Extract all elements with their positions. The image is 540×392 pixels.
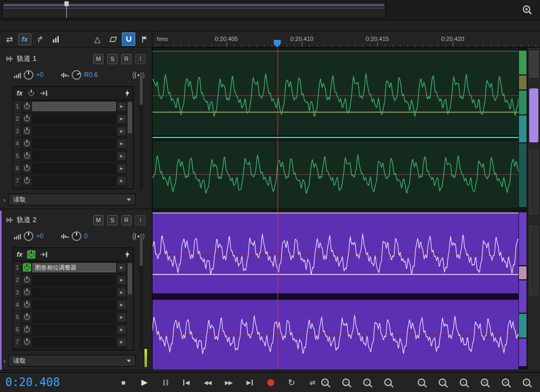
- session-overview-strip[interactable]: [2, 2, 386, 18]
- fx-power-toggle[interactable]: [23, 276, 31, 284]
- play-button[interactable]: ▶: [139, 376, 150, 388]
- fx-power-toggle[interactable]: [23, 176, 31, 185]
- fx-power-toggle[interactable]: [23, 152, 31, 160]
- fx-slot-name[interactable]: [32, 102, 116, 111]
- fx-slot-name[interactable]: [32, 114, 116, 123]
- track-name[interactable]: 轨道 2: [17, 215, 37, 225]
- fx-slot-row[interactable]: 7►: [13, 336, 127, 348]
- fx-slot-menu-button[interactable]: ►: [117, 300, 126, 310]
- fx-slot-menu-button[interactable]: ►: [117, 338, 126, 347]
- zoom-amplitude-in-button[interactable]: «: [478, 376, 491, 389]
- fx-slot-name[interactable]: [32, 338, 116, 347]
- fx-slot-name[interactable]: [32, 313, 116, 322]
- fx-slot-name[interactable]: [32, 176, 116, 185]
- track2-vertical-scrollbar[interactable]: [139, 232, 143, 351]
- scrollbar-thumb[interactable]: [140, 72, 143, 105]
- fx-power-toggle[interactable]: [23, 300, 31, 309]
- fx-slot-name[interactable]: 图形相位调整器: [32, 263, 116, 272]
- fx-slot-row[interactable]: 5►: [13, 150, 127, 162]
- fx-rack-scrollbar[interactable]: [127, 101, 133, 188]
- pan-value[interactable]: 0: [84, 232, 102, 240]
- overview-view-handle[interactable]: [64, 1, 69, 6]
- fx-power-toggle[interactable]: [23, 127, 31, 135]
- fx-pre-render-icon[interactable]: [40, 251, 48, 258]
- fx-rack-scrollbar-thumb[interactable]: [128, 263, 132, 294]
- mute-button[interactable]: M: [93, 54, 103, 64]
- fx-power-toggle[interactable]: [23, 313, 31, 321]
- fx-power-toggle[interactable]: [23, 139, 31, 148]
- clip-track2[interactable]: [153, 212, 518, 369]
- fx-slot-menu-button[interactable]: ►: [117, 127, 126, 136]
- arm-record-button[interactable]: R: [121, 215, 131, 225]
- track1-vertical-scrollbar[interactable]: [139, 71, 143, 190]
- timeline-ruler[interactable]: hms 0:20.405 0:20.410 0:20.415 0:20.420: [153, 31, 540, 47]
- fx-rack-scrollbar-thumb[interactable]: [128, 102, 132, 133]
- automation-mode-dropdown[interactable]: 读取: [8, 355, 136, 367]
- volume-knob[interactable]: [24, 70, 33, 80]
- expand-chevron-icon[interactable]: ›: [3, 196, 5, 204]
- crossfade-icon[interactable]: [106, 32, 120, 46]
- fx-slot-name[interactable]: [32, 288, 116, 297]
- overview-zoom-icon[interactable]: [521, 4, 535, 17]
- pan-knob[interactable]: [72, 231, 81, 241]
- stop-button[interactable]: ■: [117, 376, 129, 388]
- arm-record-button[interactable]: R: [121, 54, 131, 64]
- fx-slot-row[interactable]: 6►: [13, 162, 127, 175]
- vertical-scrollbar[interactable]: [527, 47, 540, 369]
- fx-pre-render-icon[interactable]: [40, 90, 48, 97]
- monitor-input-button[interactable]: I: [135, 215, 146, 225]
- time-display[interactable]: 0:20.408: [5, 376, 66, 389]
- fx-slot-row[interactable]: 1►: [13, 100, 127, 113]
- fx-slot-name[interactable]: [32, 164, 116, 173]
- volume-envelope-line[interactable]: [153, 112, 518, 113]
- zoom-right-edge-button[interactable]: ›: [457, 376, 470, 389]
- fx-power-toggle[interactable]: [23, 114, 31, 123]
- fx-slot-row[interactable]: 2►: [13, 113, 127, 125]
- volume-value[interactable]: +0: [36, 71, 50, 79]
- snap-toggle-icon[interactable]: [122, 32, 135, 46]
- fx-bypass-bolt-icon[interactable]: [124, 251, 130, 258]
- add-marker-icon[interactable]: [137, 32, 151, 46]
- fx-bypass-bolt-icon[interactable]: [124, 90, 130, 97]
- fx-power-toggle[interactable]: [23, 338, 31, 346]
- fx-slot-menu-button[interactable]: ►: [117, 139, 126, 148]
- go-to-start-button[interactable]: ◀: [181, 376, 192, 388]
- fx-slot-row[interactable]: 3►: [13, 125, 127, 137]
- automation-mode-dropdown[interactable]: 读取: [8, 194, 136, 205]
- move-tool-icon[interactable]: ⇄: [3, 32, 16, 46]
- pan-knob[interactable]: [72, 70, 81, 80]
- monitor-input-button[interactable]: I: [135, 54, 146, 64]
- fx-slot-row[interactable]: 1图形相位调整器►: [13, 262, 127, 274]
- fx-slot-menu-button[interactable]: ►: [117, 164, 126, 173]
- fx-slot-name[interactable]: [32, 325, 116, 334]
- track-name[interactable]: 轨道 1: [17, 54, 37, 64]
- fx-slot-name[interactable]: [32, 152, 116, 161]
- vertical-scrollbar-thumb[interactable]: [529, 88, 538, 142]
- pan-envelope-line[interactable]: [153, 137, 518, 138]
- fx-slot-menu-button[interactable]: ►: [117, 276, 126, 285]
- metronome-icon[interactable]: △: [91, 32, 104, 46]
- zoom-out-button[interactable]: −: [340, 376, 352, 389]
- track2-panel[interactable]: 轨道 2 M S R I +0 0: [0, 211, 152, 370]
- fx-slot-row[interactable]: 5►: [13, 311, 127, 324]
- fx-slot-menu-button[interactable]: ►: [117, 102, 126, 111]
- fx-rack-power-toggle[interactable]: [27, 89, 36, 98]
- fx-power-toggle[interactable]: [23, 164, 31, 173]
- fx-power-toggle[interactable]: [23, 263, 31, 272]
- solo-button[interactable]: S: [107, 54, 117, 64]
- fx-slot-row[interactable]: 3►: [13, 286, 127, 299]
- fx-mode-icon[interactable]: fx: [18, 33, 31, 45]
- fx-slot-row[interactable]: 4►: [13, 137, 127, 150]
- mute-button[interactable]: M: [93, 215, 103, 225]
- skip-selection-button[interactable]: ⇄: [307, 376, 319, 388]
- fx-slot-menu-button[interactable]: ►: [117, 313, 126, 322]
- pan-value[interactable]: R0.6: [84, 71, 102, 79]
- zoom-out-point-button[interactable]: ▫: [382, 376, 394, 389]
- track1-panel[interactable]: 轨道 1 M S R I +0 R0.6: [0, 50, 152, 209]
- volume-knob[interactable]: [24, 231, 33, 241]
- fx-slot-row[interactable]: 7►: [13, 175, 127, 187]
- rewind-button[interactable]: ◀◀: [202, 376, 213, 388]
- fx-slot-menu-button[interactable]: ►: [117, 176, 126, 185]
- fx-power-toggle[interactable]: [23, 102, 31, 111]
- fx-slot-row[interactable]: 4►: [13, 299, 127, 311]
